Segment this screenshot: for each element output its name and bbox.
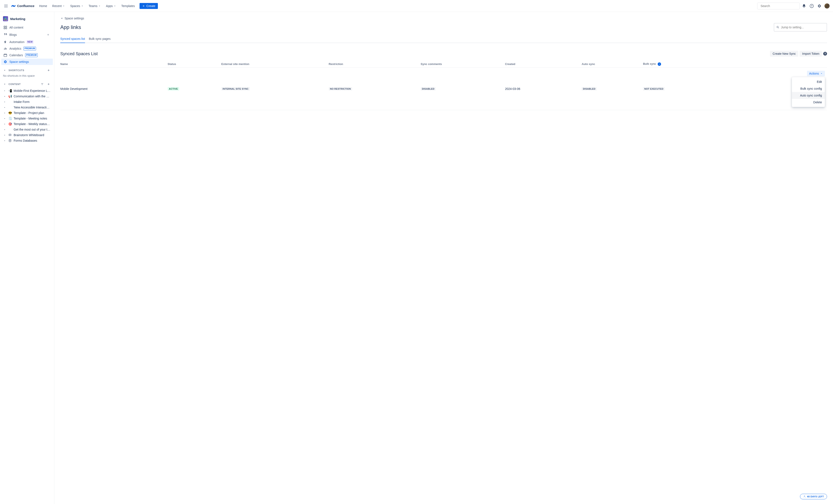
main-content: Space settings App links Synced spaces l…: [54, 12, 833, 504]
tab-synced-spaces[interactable]: Synced spaces list: [60, 35, 85, 43]
sidebar-item-label: Space settings: [9, 60, 51, 64]
nav-recent[interactable]: Recent: [50, 3, 67, 9]
svg-rect-12: [4, 26, 5, 27]
brand[interactable]: Confluence: [11, 4, 34, 8]
sidebar-item-analytics[interactable]: Analytics PREMIUM: [1, 45, 53, 52]
section-actions: Create New Sync Import Token ?: [770, 51, 827, 57]
shortcuts-title: SHORTCUTS: [8, 69, 45, 72]
svg-rect-14: [4, 28, 5, 29]
add-shortcut-button[interactable]: [46, 68, 51, 73]
notifications-button[interactable]: [801, 3, 807, 9]
svg-point-6: [4, 7, 5, 7]
status-badge: ACTIVE: [168, 87, 179, 91]
global-search-input[interactable]: [761, 4, 798, 8]
svg-rect-13: [6, 26, 7, 27]
tree-item[interactable]: •Forms Databases: [1, 138, 53, 143]
trial-days-left-pill[interactable]: 40 DAYS LEFT: [800, 494, 827, 499]
th-restriction: Restriction: [329, 61, 421, 68]
sidebar-item-all-content[interactable]: All content: [1, 24, 53, 31]
tree-item-icon: 📢: [8, 95, 12, 98]
tree-item-label: 'New Accessible Interaction Anytime App'…: [14, 106, 51, 109]
tree-item[interactable]: •😎Template - Project plan: [1, 110, 53, 116]
page-title: App links: [60, 24, 81, 30]
tree-item[interactable]: •🎯Template - Weekly status report: [1, 121, 53, 127]
content-collapse-button[interactable]: [2, 81, 7, 87]
tree-item[interactable]: •'New Accessible Interaction Anytime App…: [1, 104, 53, 110]
breadcrumb-link[interactable]: Space settings: [65, 17, 84, 20]
tree-bullet: •: [3, 100, 6, 103]
tree-item[interactable]: •📢Communication with the Loop: [1, 94, 53, 99]
add-content-button[interactable]: [46, 81, 51, 87]
nav-templates-label: Templates: [121, 4, 135, 8]
nav-spaces[interactable]: Spaces: [68, 3, 86, 9]
chevron-down-icon: [98, 5, 101, 7]
section-help-button[interactable]: ?: [823, 52, 827, 55]
profile-button[interactable]: [824, 3, 830, 9]
top-nav-right: ?: [757, 3, 830, 9]
add-blog-button[interactable]: [46, 32, 51, 37]
actions-dropdown: Edit Bulk sync config Auto sync config D…: [792, 77, 825, 107]
jump-to-setting[interactable]: [774, 23, 827, 31]
space-header[interactable]: 🛼 Marketing: [0, 14, 54, 24]
premium-badge: PREMIUM: [25, 53, 38, 57]
menu-item-edit[interactable]: Edit: [792, 78, 825, 85]
chevron-down-icon: [3, 83, 6, 86]
menu-item-bulk-sync-config[interactable]: Bulk sync config: [792, 85, 825, 92]
tree-item-icon: 😎: [8, 111, 12, 115]
nav-templates[interactable]: Templates: [119, 3, 137, 9]
settings-button[interactable]: [816, 3, 823, 9]
tab-bulk-sync-pages[interactable]: Bulk sync pages: [89, 35, 111, 43]
gear-icon: [817, 4, 822, 8]
nav-home[interactable]: Home: [37, 3, 49, 9]
shortcuts-collapse-button[interactable]: [2, 68, 7, 73]
tree-item-label: Intake Form: [14, 100, 51, 103]
row-actions-button[interactable]: Actions: [807, 71, 825, 76]
sidebar-item-calendars[interactable]: Calendars PREMIUM: [1, 52, 53, 58]
nav-spaces-label: Spaces: [70, 4, 80, 8]
menu-item-auto-sync-config[interactable]: Auto sync config: [792, 92, 825, 99]
sidebar-item-blogs[interactable]: Blogs: [1, 31, 53, 39]
th-created: Created: [505, 61, 581, 68]
app-switcher-button[interactable]: [3, 3, 9, 9]
gear-icon: [3, 60, 7, 64]
synced-spaces-table: Name Status External site mention Restri…: [60, 61, 827, 110]
sidebar: 🛼 Marketing All content Blogs Automation…: [0, 12, 54, 504]
tab-label: Synced spaces list: [60, 37, 85, 41]
bulk-sync-info-icon[interactable]: [658, 63, 661, 66]
tree-item[interactable]: •Brainstorm Whiteboard: [1, 132, 53, 138]
nav-apps[interactable]: Apps: [104, 3, 118, 9]
create-button[interactable]: Create: [140, 3, 158, 9]
tree-item[interactable]: •Get the most out of your team space: [1, 127, 53, 132]
content-sort-button[interactable]: [40, 81, 45, 87]
app-switcher-icon: [4, 4, 8, 8]
plus-icon: [47, 33, 50, 36]
tree-expander[interactable]: [3, 90, 6, 92]
create-new-sync-button[interactable]: Create New Sync: [770, 51, 798, 57]
tree-item-label: Brainstorm Whiteboard: [14, 133, 51, 137]
tree-item[interactable]: 📲Mobile-First Experience Launch - Projec…: [1, 88, 53, 94]
import-token-button[interactable]: Import Token: [800, 51, 822, 57]
th-auto-sync: Auto sync: [581, 61, 643, 68]
sidebar-item-automation[interactable]: Automation NEW: [1, 39, 53, 45]
tree-item[interactable]: •Intake Form: [1, 99, 53, 104]
jump-to-setting-input[interactable]: [781, 26, 825, 29]
cell-status: ACTIVE: [168, 68, 221, 110]
cell-bulk-sync: NOT EXECUTED: [643, 68, 735, 110]
svg-point-7: [6, 7, 6, 7]
help-button[interactable]: ?: [808, 3, 815, 9]
nav-teams[interactable]: Teams: [87, 3, 103, 9]
space-name: Marketing: [10, 17, 25, 21]
nav-apps-label: Apps: [106, 4, 113, 8]
tree-item-label: Template - Weekly status report: [14, 122, 51, 126]
sparkle-icon: [803, 495, 806, 498]
avatar: [825, 3, 830, 8]
global-search[interactable]: [757, 3, 800, 9]
menu-item-delete[interactable]: Delete: [792, 99, 825, 106]
th-bulk-sync-label: Bulk sync: [643, 62, 656, 65]
th-name: Name: [60, 61, 168, 68]
sidebar-item-space-settings[interactable]: Space settings: [1, 58, 53, 65]
bell-icon: [802, 4, 806, 8]
sidebar-nav: All content Blogs Automation NEW Analyti…: [0, 24, 54, 66]
sidebar-item-label: Automation: [9, 40, 24, 44]
tree-item[interactable]: •🗒️Template - Meeting notes: [1, 116, 53, 121]
